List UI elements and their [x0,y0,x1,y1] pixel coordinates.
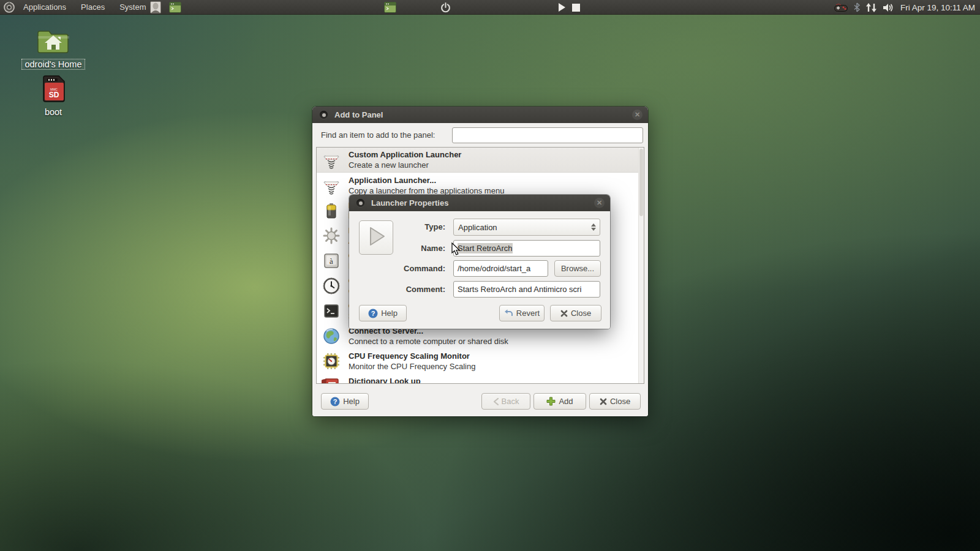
add-plus-icon [546,397,556,406]
svg-text:?: ? [333,398,337,405]
command-input[interactable] [453,260,548,277]
name-input[interactable]: Start RetroArch [453,240,600,257]
spinner-arrows-icon [591,223,596,231]
browse-button[interactable]: Browse... [554,260,601,277]
back-chevron-icon [493,398,499,405]
dictionary-icon [322,377,341,384]
close-window-icon[interactable]: ✕ [632,110,643,120]
scrollbar-thumb[interactable] [639,149,643,216]
list-item[interactable]: Application Launcher... Copy a launcher … [317,173,644,198]
help-icon: ? [368,309,378,318]
top-panel: Applications Places System Fri Apr 19, 1… [0,0,980,15]
home-folder-icon [37,47,70,57]
globe-icon [322,326,341,346]
desktop-icon-home[interactable]: odroid's Home [20,26,87,70]
cpu-icon [322,351,341,371]
close-x-icon [600,398,607,405]
svg-text:à: à [330,257,333,266]
svg-text:?: ? [371,310,375,317]
panel-clock[interactable]: Fri Apr 19, 10:11 AM [900,3,975,12]
brightness-icon [322,226,341,246]
find-item-input[interactable] [452,127,643,143]
stop-icon[interactable] [570,1,582,13]
name-label: Name: [384,244,445,253]
back-button: Back [481,393,530,410]
comment-label: Comment: [384,285,445,294]
list-item-title: Custom Application Launcher [349,149,461,160]
type-label: Type: [384,222,445,231]
desktop-icon-boot[interactable]: MMCSD boot [20,75,87,118]
desktop-icon-label: boot [42,107,64,117]
gamepad-tray-icon[interactable] [834,4,848,12]
close-x-icon [560,310,568,317]
menu-places[interactable]: Places [75,0,111,15]
portrait-launcher-icon[interactable] [149,1,162,13]
list-item-description: Copy a launcher from the applications me… [349,186,504,196]
launcher-icon [322,150,341,170]
command-label: Command: [384,264,445,273]
battery-icon [322,201,341,220]
close-button[interactable]: Close [550,305,601,321]
svg-text:SD: SD [49,91,59,99]
type-dropdown[interactable]: Application [453,219,600,236]
command-icon [322,301,341,321]
launcher-properties-body: Type: Application Name: Start RetroArch … [349,211,610,329]
add-button[interactable]: Add [533,393,586,410]
revert-button[interactable]: Revert [499,305,545,321]
terminal-applet-icon[interactable] [384,1,396,13]
list-item-description: Create a new launcher [349,160,461,170]
list-item[interactable]: Custom Application Launcher Create a new… [317,148,644,173]
play-icon[interactable] [556,1,568,13]
close-button[interactable]: Close [589,393,641,410]
network-traffic-icon[interactable] [866,3,876,12]
clock-icon [322,276,341,296]
window-menu-icon[interactable] [320,111,328,119]
list-item-title: Application Launcher... [349,175,504,186]
launcher-icon [322,176,341,195]
sd-card-icon: MMCSD [40,94,66,105]
help-icon: ? [330,397,340,407]
revert-arrow-icon [504,309,513,317]
menu-system[interactable]: System [113,0,152,15]
launcher-properties-titlebar[interactable]: Launcher Properties ✕ [349,195,610,211]
add-to-panel-titlebar[interactable]: Add to Panel ✕ [312,107,648,123]
help-button[interactable]: ? Help [359,305,407,321]
list-item-description: Monitor the CPU Frequency Scaling [349,361,475,372]
comment-input[interactable] [453,281,600,298]
shutdown-icon[interactable] [439,1,451,13]
character-palette-icon: à [322,251,341,271]
distro-logo-icon[interactable] [4,2,15,13]
list-item-title: Dictionary Look up [349,376,451,384]
list-item-description: Connect to a remote computer or shared d… [349,336,508,347]
list-item-title: CPU Frequency Scaling Monitor [349,351,475,361]
launcher-properties-dialog: Launcher Properties ✕ Type: Application … [349,195,610,329]
find-item-label: Find an item to add to the panel: [321,127,435,143]
desktop-icon-label: odroid's Home [22,59,84,69]
dialog-title: Launcher Properties [371,198,448,208]
menu-applications[interactable]: Applications [17,0,72,15]
terminal-launcher-icon[interactable] [169,1,181,13]
volume-icon[interactable] [883,3,894,12]
window-menu-icon[interactable] [356,199,364,207]
help-button[interactable]: ? Help [321,393,369,410]
list-scrollbar[interactable] [638,148,644,383]
bluetooth-icon[interactable] [854,2,860,12]
list-item[interactable]: CPU Frequency Scaling Monitor Monitor th… [317,348,644,373]
list-item[interactable]: Dictionary Look up Look up words in a di… [317,373,644,384]
close-window-icon[interactable]: ✕ [594,198,605,208]
dialog-title: Add to Panel [334,110,383,119]
